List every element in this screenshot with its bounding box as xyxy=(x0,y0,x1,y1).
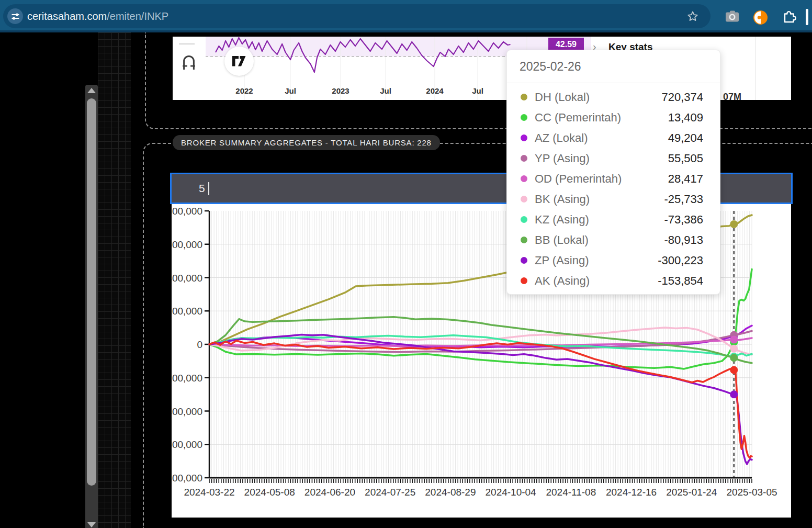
tv-axis-label: 2024 xyxy=(426,86,443,95)
address-bar[interactable]: ceritasaham.com/emiten/INKP xyxy=(3,4,710,28)
section-label-badge: BROKER SUMMARY AGGREGATES - TOTAL HARI B… xyxy=(173,135,440,150)
series-value: 28,417 xyxy=(668,172,703,186)
series-label: KZ (Asing) xyxy=(535,213,664,227)
text-caret xyxy=(208,182,209,195)
tooltip-row: ZP (Asing) -300,223 xyxy=(507,250,720,271)
tooltip-row: BB (Lokal) -80,913 xyxy=(507,230,720,250)
tooltip-row: CC (Pemerintah) 13,409 xyxy=(507,107,720,128)
series-value: -153,854 xyxy=(658,274,703,288)
page-scrollbar[interactable] xyxy=(85,85,98,528)
series-value: 720,374 xyxy=(661,91,703,104)
tradingview-logo[interactable] xyxy=(224,47,254,76)
series-value: 55,505 xyxy=(668,152,703,165)
series-label: BK (Asing) xyxy=(535,193,664,206)
bookmark-star-icon[interactable] xyxy=(686,10,699,23)
screenshot-camera-icon[interactable] xyxy=(725,10,739,23)
svg-text:400,000: 400,000 xyxy=(172,273,202,284)
tv-axis-label: Jul xyxy=(380,86,391,95)
tv-axis-label: Jul xyxy=(285,86,296,95)
tooltip-row: OD (Pemerintah) 28,417 xyxy=(507,168,720,189)
series-label: YP (Asing) xyxy=(535,152,668,165)
series-color-dot xyxy=(521,134,527,141)
svg-text:2024-07-25: 2024-07-25 xyxy=(365,487,415,498)
key-stats-partial-value: 07M xyxy=(723,92,741,103)
series-label: DH (Lokal) xyxy=(535,91,661,104)
svg-text:2024-12-16: 2024-12-16 xyxy=(606,487,657,498)
svg-text:-800,000: -800,000 xyxy=(172,473,202,484)
browser-toolbar: ceritasaham.com/emiten/INKP xyxy=(0,0,812,32)
series-value: 13,409 xyxy=(668,111,703,125)
series-color-dot xyxy=(521,196,527,203)
svg-text:-600,000: -600,000 xyxy=(172,439,202,450)
series-value: -25,733 xyxy=(664,193,703,206)
tooltip-row: DH (Lokal) 720,374 xyxy=(507,87,720,107)
url-text[interactable]: ceritasaham.com/emiten/INKP xyxy=(27,4,168,28)
tooltip-row: KZ (Asing) -73,386 xyxy=(507,209,720,230)
url-host: ceritasaham.com xyxy=(27,10,107,22)
series-value: -300,223 xyxy=(658,254,703,267)
series-value: -80,913 xyxy=(664,233,703,247)
series-value: 49,204 xyxy=(668,131,703,145)
tooltip-row: AK (Asing) -153,854 xyxy=(507,271,720,291)
background-grid-texture xyxy=(98,32,131,528)
series-label: ZP (Asing) xyxy=(535,254,658,267)
orange-extension-icon[interactable] xyxy=(753,10,768,25)
series-color-dot xyxy=(521,237,527,243)
toolbar-divider xyxy=(179,43,195,44)
tooltip-rows: DH (Lokal) 720,374 CC (Pemerintah) 13,40… xyxy=(507,83,720,291)
series-label: AK (Asing) xyxy=(535,274,658,288)
svg-text:-200,000: -200,000 xyxy=(172,373,202,384)
magnet-icon[interactable] xyxy=(181,52,197,71)
tooltip-row: BK (Asing) -25,733 xyxy=(507,189,720,209)
series-color-dot xyxy=(521,216,527,223)
tv-axis-label: 2022 xyxy=(235,86,253,95)
input-value: 5 xyxy=(199,174,205,203)
extensions-puzzle-icon[interactable] xyxy=(783,9,797,24)
tooltip-row: YP (Asing) 55,505 xyxy=(507,148,720,168)
scroll-up-arrow[interactable] xyxy=(87,88,96,93)
svg-text:2024-06-20: 2024-06-20 xyxy=(304,487,355,498)
svg-text:2025-01-24: 2025-01-24 xyxy=(666,487,717,498)
series-color-dot xyxy=(521,155,527,162)
tv-axis-label: Jul xyxy=(472,86,483,95)
series-color-dot xyxy=(521,114,527,121)
svg-text:0: 0 xyxy=(197,339,202,350)
scrollbar-thumb[interactable] xyxy=(87,98,96,486)
svg-text:2024-10-04: 2024-10-04 xyxy=(486,487,537,498)
series-label: CC (Pemerintah) xyxy=(535,111,668,125)
series-label: AZ (Lokal) xyxy=(535,131,668,145)
svg-text:800,000: 800,000 xyxy=(172,206,202,217)
tv-axis-label: 2023 xyxy=(332,86,349,95)
svg-text:600,000: 600,000 xyxy=(172,239,202,250)
series-value: -73,386 xyxy=(664,213,703,227)
series-color-dot xyxy=(521,175,527,182)
svg-text:2024-05-08: 2024-05-08 xyxy=(244,487,295,498)
svg-text:2024-08-29: 2024-08-29 xyxy=(425,487,476,498)
svg-text:-400,000: -400,000 xyxy=(172,406,202,417)
svg-text:2024-03-22: 2024-03-22 xyxy=(184,487,234,498)
tune-icon xyxy=(11,12,20,21)
key-stats-divider xyxy=(755,37,755,100)
svg-text:2025-03-05: 2025-03-05 xyxy=(726,487,777,498)
svg-text:200,000: 200,000 xyxy=(172,306,202,317)
site-info-button[interactable] xyxy=(7,8,23,24)
series-color-dot xyxy=(521,277,527,284)
series-label: OD (Pemerintah) xyxy=(535,172,668,186)
scroll-down-arrow[interactable] xyxy=(87,522,96,527)
svg-text:2024-11-08: 2024-11-08 xyxy=(546,487,596,498)
tooltip-row: AZ (Lokal) 49,204 xyxy=(507,128,720,148)
url-path: /emiten/INKP xyxy=(107,10,168,22)
tooltip-date: 2025-02-26 xyxy=(520,60,720,74)
series-color-dot xyxy=(521,257,527,264)
chart-hover-tooltip: 2025-02-26 DH (Lokal) 720,374 CC (Pemeri… xyxy=(506,50,720,295)
window-edge-strip xyxy=(806,9,808,25)
series-label: BB (Lokal) xyxy=(535,233,664,247)
series-color-dot xyxy=(521,94,527,100)
